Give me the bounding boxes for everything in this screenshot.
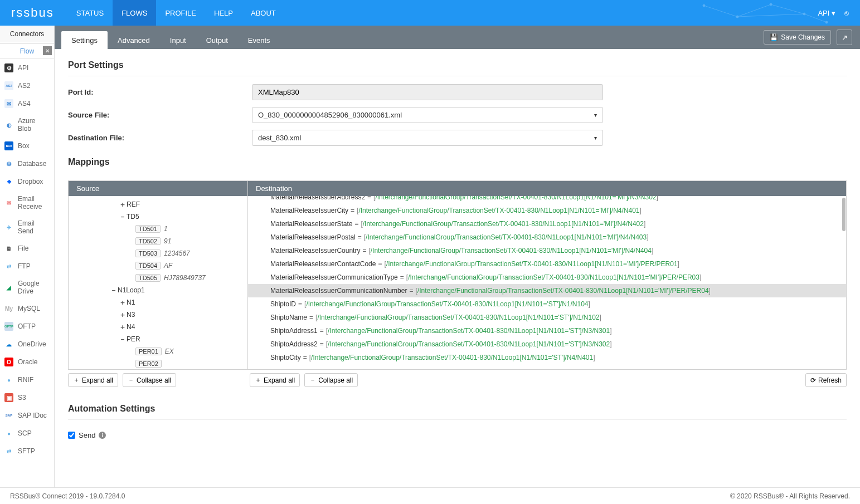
tree-row[interactable]: －N1Loop1: [69, 284, 247, 296]
tree-row[interactable]: ＋N4: [69, 321, 247, 333]
topnav-profile[interactable]: PROFILE: [156, 0, 205, 26]
subtab-events[interactable]: Events: [238, 31, 280, 49]
expand-icon[interactable]: ＋: [119, 298, 127, 307]
send-checkbox[interactable]: [68, 432, 75, 439]
expand-icon[interactable]: ＋: [119, 322, 127, 332]
connector-mysql[interactable]: MyMySQL: [0, 300, 54, 317]
expand-icon[interactable]: ＋: [119, 200, 127, 209]
dest-path: /Interchange/FunctionalGroup/Transaction…: [328, 340, 610, 348]
dest-row[interactable]: ShiptoName = [/Interchange/FunctionalGro…: [248, 311, 846, 324]
connector-azure-blob[interactable]: ◐Azure Blob: [0, 112, 54, 137]
dest-row[interactable]: MaterialReleaseIssuerCity = [/Interchang…: [248, 204, 846, 217]
dest-row[interactable]: ShiptoID = [/Interchange/FunctionalGroup…: [248, 297, 846, 311]
tree-row[interactable]: ＋N1: [69, 296, 247, 309]
status-copyright: © 2020 RSSBus® - All Rights Reserved.: [730, 492, 850, 500]
connector-label: SAP IDoc: [18, 412, 47, 419]
top-nav: STATUSFLOWSPROFILEHELPABOUT: [67, 0, 285, 26]
subtab-advanced[interactable]: Advanced: [108, 31, 160, 49]
bracket-close: ]: [652, 247, 653, 255]
connector-rnif[interactable]: ●RNIF: [0, 371, 54, 389]
save-changes-button[interactable]: 💾 Save Changes: [764, 30, 831, 45]
collapse-icon[interactable]: －: [119, 335, 127, 344]
connector-email-send[interactable]: ✈Email Send: [0, 215, 54, 239]
dest-path: /Interchange/FunctionalGroup/Transaction…: [366, 233, 647, 241]
tree-row[interactable]: TD5011: [69, 223, 247, 235]
connector-file[interactable]: 🗎File: [0, 239, 54, 257]
sidebar-flow-header[interactable]: Flow ✕: [0, 44, 54, 59]
dest-row[interactable]: MaterialReleaseIssuerAddress2 = [/Interc…: [248, 196, 846, 204]
source-tree[interactable]: ＋REF－TD5TD5011TD50291TD5031234567TD504AF…: [69, 196, 247, 369]
tree-row[interactable]: －PER: [69, 333, 247, 345]
subtab-output[interactable]: Output: [196, 31, 238, 49]
source-file-select[interactable]: O_830_0000000004852906_830000061.xml▾: [252, 107, 603, 123]
tree-row[interactable]: TD50291: [69, 235, 247, 247]
connector-oftp[interactable]: OFTPOFTP: [0, 317, 54, 335]
connector-onedrive[interactable]: ☁OneDrive: [0, 335, 54, 353]
dest-expand-all-button[interactable]: ＋Expand all: [250, 373, 300, 387]
collapse-icon[interactable]: －: [110, 286, 118, 295]
collapse-icon[interactable]: －: [119, 212, 127, 222]
connector-s3[interactable]: ▣S3: [0, 389, 54, 407]
dest-row[interactable]: MaterialReleaseIssuerCountry = [/Interch…: [248, 244, 846, 257]
tree-row[interactable]: TD504AF: [69, 260, 247, 272]
subtab-input[interactable]: Input: [160, 31, 196, 49]
connector-google-drive[interactable]: ◢Google Drive: [0, 275, 54, 300]
dest-path: /Interchange/FunctionalGroup/Transaction…: [328, 327, 610, 335]
connector-sftp[interactable]: ⇄SFTP: [0, 442, 54, 460]
connector-icon: ⇄: [4, 447, 13, 456]
send-checkbox-row[interactable]: Send i: [68, 431, 106, 439]
tree-row[interactable]: TD5031234567: [69, 247, 247, 260]
connector-box[interactable]: boxBox: [0, 137, 54, 155]
connector-as4[interactable]: ✉AS4: [0, 95, 54, 112]
close-icon[interactable]: ✕: [43, 46, 52, 55]
dest-row[interactable]: MaterialReleaseIssuerPostal = [/Intercha…: [248, 231, 846, 244]
scrollbar-thumb[interactable]: [842, 198, 846, 231]
dest-row[interactable]: MaterialReleaseIssuerCommunicationNumber…: [248, 284, 846, 297]
dest-row[interactable]: ShiptoAddress1 = [/Interchange/Functiona…: [248, 324, 846, 337]
dest-row[interactable]: ShiptoAddress2 = [/Interchange/Functiona…: [248, 337, 846, 351]
tree-row[interactable]: TD505HJ789849737: [69, 272, 247, 284]
topnav-about[interactable]: ABOUT: [242, 0, 285, 26]
connector-icon: SAP: [4, 411, 13, 420]
connector-scp[interactable]: ●SCP: [0, 424, 54, 442]
destination-list[interactable]: MaterialReleaseIssuerAddress2 = [/Interc…: [248, 196, 846, 369]
dest-row[interactable]: ShiptoCity = [/Interchange/FunctionalGro…: [248, 351, 846, 364]
equals: =: [351, 207, 354, 214]
connector-email-receive[interactable]: ✉Email Receive: [0, 190, 54, 215]
topnav-status[interactable]: STATUS: [67, 0, 113, 26]
tree-row[interactable]: ＋N3: [69, 309, 247, 321]
connector-icon: ⚙: [4, 63, 13, 72]
topnav-flows[interactable]: FLOWS: [113, 0, 156, 26]
connector-sap-idoc[interactable]: SAPSAP IDoc: [0, 407, 54, 424]
connector-api[interactable]: ⚙API: [0, 59, 54, 77]
open-external-icon[interactable]: ↗: [837, 30, 852, 45]
connector-as2[interactable]: AS2AS2: [0, 77, 54, 95]
connector-ftp[interactable]: ⇄FTP: [0, 257, 54, 275]
tree-row[interactable]: ＋REF: [69, 198, 247, 211]
refresh-button[interactable]: ⟳Refresh: [805, 373, 847, 387]
dest-row[interactable]: MaterialReleaseIssuerState = [/Interchan…: [248, 217, 846, 231]
plus-icon: ＋: [255, 375, 261, 385]
sidebar-tab-connectors[interactable]: Connectors: [0, 26, 54, 43]
dest-file-select[interactable]: dest_830.xml▾: [252, 130, 603, 146]
source-expand-all-button[interactable]: ＋Expand all: [68, 373, 118, 387]
dest-row[interactable]: MaterialReleaseIssuerCommunicationType =…: [248, 271, 846, 284]
dest-collapse-all-button[interactable]: －Collapse all: [304, 373, 358, 387]
logout-icon[interactable]: ⎋: [844, 9, 849, 17]
connector-oracle[interactable]: OOracle: [0, 353, 54, 371]
bracket-close: ]: [610, 327, 611, 335]
topnav-help[interactable]: HELP: [205, 0, 242, 26]
api-menu[interactable]: API ▾: [818, 9, 835, 17]
info-icon[interactable]: i: [99, 432, 106, 439]
tree-row[interactable]: PER01EX: [69, 345, 247, 358]
source-collapse-all-button[interactable]: －Collapse all: [123, 373, 176, 387]
equals: =: [400, 273, 404, 281]
connector-dropbox[interactable]: ❖Dropbox: [0, 173, 54, 190]
equals: =: [320, 340, 324, 348]
tree-row[interactable]: PER02: [69, 358, 247, 369]
expand-icon[interactable]: ＋: [119, 310, 127, 320]
dest-row[interactable]: MaterialReleaseIssuerContactCode = [/Int…: [248, 257, 846, 271]
subtab-settings[interactable]: Settings: [61, 31, 108, 49]
connector-database[interactable]: ⛁Database: [0, 155, 54, 173]
tree-row[interactable]: －TD5: [69, 211, 247, 223]
